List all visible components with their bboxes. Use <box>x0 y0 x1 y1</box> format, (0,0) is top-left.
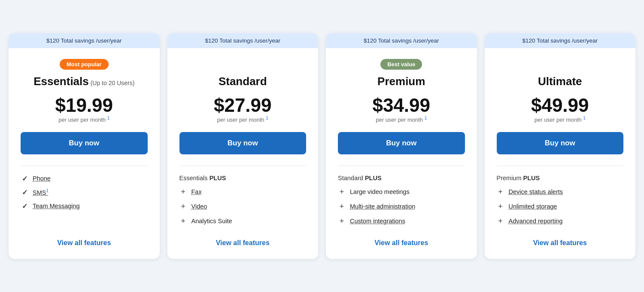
feature-item-essentials-1: ✓SMS1 <box>21 188 148 197</box>
features-label-standard: Essentials PLUS <box>179 175 307 181</box>
feature-text-standard-2: Analytics Suite <box>191 218 232 224</box>
feature-item-essentials-2: ✓Team Messaging <box>21 202 148 210</box>
feature-text-premium-1: Multi-site administration <box>350 203 415 210</box>
feature-text-standard-0: Fax <box>191 188 202 195</box>
buy-button-ultimate[interactable]: Buy now <box>497 132 624 154</box>
feature-text-essentials-0: Phone <box>33 175 51 182</box>
features-label-premium: Standard PLUS <box>338 175 465 181</box>
savings-banner-standard: $120 Total savings /user/year <box>167 33 319 48</box>
buy-button-premium[interactable]: Buy now <box>338 132 465 154</box>
badge-row-ultimate <box>497 58 624 71</box>
check-icon: ✓ <box>21 188 28 197</box>
features-label-ultimate: Premium PLUS <box>497 175 624 181</box>
feature-text-ultimate-0: Device status alerts <box>509 188 563 195</box>
plan-price-premium: $34.99 <box>338 96 465 115</box>
check-icon: ✓ <box>21 175 28 183</box>
feature-item-ultimate-0: +Device status alerts <box>497 187 624 197</box>
buy-button-essentials[interactable]: Buy now <box>21 132 148 154</box>
feature-text-ultimate-2: Advanced reporting <box>509 218 563 224</box>
plan-period-essentials: per user per month 1 <box>21 116 148 123</box>
plus-icon: + <box>338 217 346 226</box>
view-all-features-essentials[interactable]: View all features <box>21 231 148 247</box>
view-all-features-premium[interactable]: View all features <box>338 231 465 247</box>
plus-icon: + <box>179 217 187 226</box>
feature-text-ultimate-1: Unlimited storage <box>509 203 557 210</box>
plan-period-standard: per user per month 1 <box>179 116 307 123</box>
badge-essentials: Most popular <box>60 59 109 70</box>
badge-row-essentials: Most popular <box>21 58 148 71</box>
plus-icon: + <box>497 217 504 226</box>
view-all-features-ultimate[interactable]: View all features <box>497 231 624 247</box>
feature-text-standard-1: Video <box>191 203 207 210</box>
divider-essentials <box>21 166 148 166</box>
feature-text-essentials-2: Team Messaging <box>33 203 80 209</box>
feature-item-premium-2: +Custom integrations <box>338 217 465 226</box>
plan-name-ultimate: Ultimate <box>497 75 624 88</box>
plus-icon: + <box>179 187 187 197</box>
feature-item-ultimate-1: +Unlimited storage <box>497 202 624 211</box>
plan-price-essentials: $19.99 <box>21 96 148 115</box>
check-icon: ✓ <box>21 202 28 210</box>
feature-item-ultimate-2: +Advanced reporting <box>497 217 624 226</box>
feature-item-standard-1: +Video <box>179 202 307 211</box>
plan-name-standard: Standard <box>179 75 307 88</box>
feature-item-standard-2: +Analytics Suite <box>179 217 307 226</box>
plan-card-ultimate: $120 Total savings /user/yearUltimate$49… <box>485 33 636 258</box>
plan-period-premium: per user per month 1 <box>338 116 465 123</box>
plan-name-essentials: Essentials (Up to 20 Users) <box>21 75 148 88</box>
plan-subtitle-essentials: (Up to 20 Users) <box>89 80 135 86</box>
savings-banner-essentials: $120 Total savings /user/year <box>9 33 160 48</box>
feature-item-essentials-0: ✓Phone <box>21 175 148 183</box>
plus-icon: + <box>497 187 504 197</box>
view-all-features-standard[interactable]: View all features <box>179 231 307 247</box>
feature-item-premium-0: +Large video meetings <box>338 187 465 197</box>
badge-row-premium: Best value <box>338 58 465 71</box>
plus-icon: + <box>179 202 187 211</box>
plan-period-ultimate: per user per month 1 <box>497 116 624 123</box>
feature-text-premium-0: Large video meetings <box>350 188 410 195</box>
plan-price-ultimate: $49.99 <box>497 96 624 115</box>
plus-icon: + <box>338 187 346 197</box>
buy-button-standard[interactable]: Buy now <box>179 132 307 154</box>
plan-card-essentials: $120 Total savings /user/yearMost popula… <box>9 33 160 258</box>
plan-card-premium: $120 Total savings /user/yearBest valueP… <box>326 33 477 258</box>
plan-price-standard: $27.99 <box>179 96 307 115</box>
divider-standard <box>179 166 307 166</box>
savings-banner-premium: $120 Total savings /user/year <box>326 33 477 48</box>
plus-icon: + <box>338 202 346 211</box>
feature-text-essentials-1: SMS1 <box>33 188 49 196</box>
savings-banner-ultimate: $120 Total savings /user/year <box>485 33 636 48</box>
feature-item-standard-0: +Fax <box>179 187 307 197</box>
divider-premium <box>338 166 465 166</box>
plan-card-standard: $120 Total savings /user/yearStandard$27… <box>167 33 319 258</box>
plus-icon: + <box>497 202 504 211</box>
badge-premium: Best value <box>380 59 422 70</box>
pricing-grid: $120 Total savings /user/yearMost popula… <box>9 33 635 258</box>
divider-ultimate <box>497 166 624 166</box>
plan-name-premium: Premium <box>338 75 465 88</box>
feature-text-premium-2: Custom integrations <box>350 218 405 224</box>
feature-item-premium-1: +Multi-site administration <box>338 202 465 211</box>
badge-row-standard <box>179 58 307 71</box>
